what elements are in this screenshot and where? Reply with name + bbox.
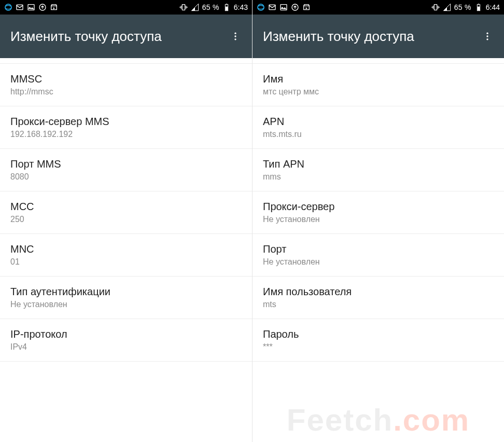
app-bar: Изменить точку доступа — [253, 15, 504, 58]
row-value: мтс центр ммс — [263, 87, 494, 96]
row-label: IP-протокол — [10, 328, 242, 340]
status-left — [4, 3, 58, 11]
svg-rect-6 — [226, 4, 227, 4]
battery-icon — [474, 3, 483, 11]
play-store-icon — [302, 3, 311, 11]
status-bar: 65 % 6:43 — [0, 0, 252, 15]
svg-point-21 — [486, 38, 488, 40]
row-apn[interactable]: APN mts.mts.ru — [253, 106, 504, 149]
battery-percent: 65 % — [202, 3, 219, 11]
vibrate-icon — [431, 3, 440, 11]
row-value: 192.168.192.192 — [10, 130, 242, 139]
svg-point-8 — [234, 33, 236, 34]
row-value: 8080 — [10, 172, 242, 182]
row-value: mts.mts.ru — [263, 130, 494, 139]
upload-icon — [38, 3, 47, 11]
svg-point-19 — [486, 33, 488, 34]
row-label: Пароль — [263, 328, 494, 340]
svg-point-20 — [486, 35, 488, 37]
row-value: mms — [263, 172, 494, 182]
status-bar: 65 % 6:44 — [253, 0, 504, 15]
page-title: Изменить точку доступа — [263, 29, 414, 45]
row-value: Не установлен — [263, 257, 494, 267]
battery-icon — [222, 3, 231, 11]
row-mmsc[interactable]: MMSC http://mmsc — [0, 63, 252, 106]
svg-rect-7 — [226, 7, 228, 10]
clock: 6:43 — [234, 3, 248, 11]
settings-list: Имя мтс центр ммс APN mts.mts.ru Тип APN… — [253, 58, 504, 442]
row-password[interactable]: Пароль *** — [253, 319, 504, 362]
signal-icon — [191, 3, 199, 11]
image-icon — [27, 3, 35, 11]
svg-rect-15 — [434, 5, 437, 10]
upload-icon — [291, 3, 299, 11]
row-value: 250 — [10, 215, 242, 224]
row-label: Имя пользователя — [263, 286, 494, 298]
app-icon — [257, 3, 265, 11]
svg-point-10 — [234, 38, 236, 40]
row-mcc[interactable]: MCC 250 — [0, 191, 252, 234]
svg-point-0 — [5, 4, 11, 10]
svg-point-11 — [258, 4, 264, 10]
row-mms-port[interactable]: Порт MMS 8080 — [0, 149, 252, 191]
row-mnc[interactable]: MNC 01 — [0, 234, 252, 277]
row-value: IPv4 — [10, 342, 242, 352]
svg-point-9 — [234, 35, 236, 37]
row-label: APN — [263, 116, 494, 128]
clock: 6:44 — [486, 3, 500, 11]
svg-rect-18 — [478, 7, 480, 10]
row-label: Прокси-сервер MMS — [10, 116, 242, 128]
row-label: Тип аутентификации — [10, 286, 242, 298]
status-right: 65 % 6:44 — [431, 3, 500, 11]
row-port[interactable]: Порт Не установлен — [253, 234, 504, 277]
row-label: Имя — [263, 73, 494, 85]
row-mms-proxy[interactable]: Прокси-сервер MMS 192.168.192.192 — [0, 106, 252, 149]
row-username[interactable]: Имя пользователя mts — [253, 277, 504, 319]
battery-percent: 65 % — [454, 3, 471, 11]
row-label: MCC — [10, 201, 242, 213]
row-value: Не установлен — [10, 300, 242, 309]
signal-icon — [443, 3, 451, 11]
mail-icon — [16, 3, 24, 11]
vibrate-icon — [179, 3, 188, 11]
mail-icon — [268, 3, 276, 11]
row-value: 01 — [10, 257, 242, 267]
row-label: Тип APN — [263, 158, 494, 170]
row-value: *** — [263, 342, 494, 352]
row-value: Не установлен — [263, 215, 494, 224]
row-apn-type[interactable]: Тип APN mms — [253, 149, 504, 191]
row-ip-protocol[interactable]: IP-протокол IPv4 — [0, 319, 252, 362]
image-icon — [279, 3, 288, 11]
row-auth-type[interactable]: Тип аутентификации Не установлен — [0, 277, 252, 319]
row-value: http://mmsc — [10, 87, 242, 96]
row-label: MNC — [10, 243, 242, 255]
overflow-menu-button[interactable] — [481, 30, 494, 43]
status-right: 65 % 6:43 — [179, 3, 248, 11]
row-label: Порт — [263, 243, 494, 255]
row-value: mts — [263, 300, 494, 309]
row-name[interactable]: Имя мтс центр ммс — [253, 63, 504, 106]
app-bar: Изменить точку доступа — [0, 15, 252, 58]
row-label: Прокси-сервер — [263, 201, 494, 213]
overflow-menu-button[interactable] — [229, 30, 242, 43]
row-proxy[interactable]: Прокси-сервер Не установлен — [253, 191, 504, 234]
phone-left: 65 % 6:43 Изменить точку доступа MMSC ht… — [0, 0, 252, 442]
svg-rect-4 — [182, 5, 185, 10]
row-label: MMSC — [10, 73, 242, 85]
page-title: Изменить точку доступа — [10, 29, 162, 45]
settings-list: MMSC http://mmsc Прокси-сервер MMS 192.1… — [0, 58, 252, 442]
svg-rect-17 — [478, 4, 479, 4]
row-label: Порт MMS — [10, 158, 242, 170]
app-icon — [4, 3, 12, 11]
status-left — [257, 3, 311, 11]
play-store-icon — [50, 3, 58, 11]
phone-right: 65 % 6:44 Изменить точку доступа Имя мтс… — [252, 0, 504, 442]
